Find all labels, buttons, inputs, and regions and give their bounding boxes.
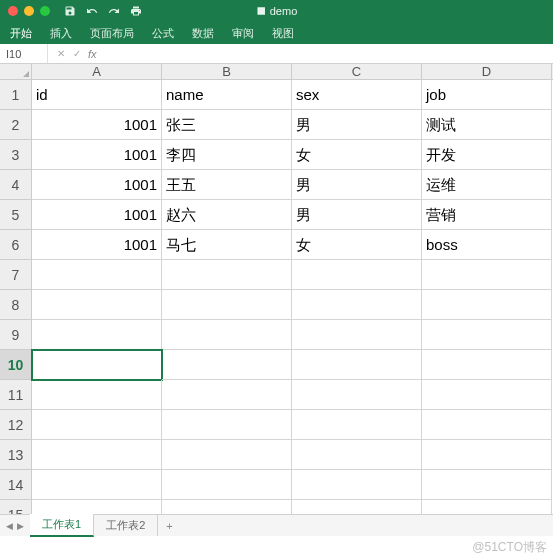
minimize-icon[interactable] <box>24 6 34 16</box>
row-header-9[interactable]: 9 <box>0 320 31 350</box>
cell[interactable] <box>422 350 552 380</box>
cell[interactable] <box>422 440 552 470</box>
cell[interactable]: 运维 <box>422 170 552 200</box>
cell[interactable] <box>162 320 292 350</box>
cell[interactable]: 男 <box>292 170 422 200</box>
col-header-b[interactable]: B <box>162 64 292 79</box>
cell[interactable]: name <box>162 80 292 110</box>
row-header-1[interactable]: 1 <box>0 80 31 110</box>
tab-formulas[interactable]: 公式 <box>152 26 174 41</box>
cell[interactable] <box>32 380 162 410</box>
name-box[interactable]: I10 <box>0 44 48 63</box>
cell[interactable] <box>32 320 162 350</box>
cell[interactable] <box>162 290 292 320</box>
tab-insert[interactable]: 插入 <box>50 26 72 41</box>
tab-view[interactable]: 视图 <box>272 26 294 41</box>
cell[interactable] <box>292 470 422 500</box>
row-header-8[interactable]: 8 <box>0 290 31 320</box>
cell[interactable]: boss <box>422 230 552 260</box>
cell[interactable]: 1001 <box>32 230 162 260</box>
cell[interactable] <box>162 380 292 410</box>
row-header-7[interactable]: 7 <box>0 260 31 290</box>
redo-icon[interactable] <box>108 5 120 17</box>
cell[interactable]: 女 <box>292 140 422 170</box>
row-header-10[interactable]: 10 <box>0 350 31 380</box>
cell[interactable] <box>292 410 422 440</box>
cell[interactable]: 女 <box>292 230 422 260</box>
col-header-a[interactable]: A <box>32 64 162 79</box>
cell[interactable] <box>32 410 162 440</box>
tab-home[interactable]: 开始 <box>10 26 32 41</box>
cell[interactable] <box>162 350 292 380</box>
cell[interactable] <box>422 410 552 440</box>
cell[interactable] <box>292 440 422 470</box>
cell[interactable]: 1001 <box>32 200 162 230</box>
sheet-nav-prev-icon[interactable]: ◀ <box>6 521 13 531</box>
select-all-button[interactable] <box>0 64 32 80</box>
cell[interactable]: 李四 <box>162 140 292 170</box>
row-header-14[interactable]: 14 <box>0 470 31 500</box>
cell[interactable] <box>292 260 422 290</box>
cell[interactable] <box>162 440 292 470</box>
fx-label[interactable]: fx <box>88 48 97 60</box>
cell[interactable] <box>32 470 162 500</box>
cell[interactable] <box>422 290 552 320</box>
tab-data[interactable]: 数据 <box>192 26 214 41</box>
add-sheet-button[interactable]: + <box>158 520 180 532</box>
cell[interactable]: 张三 <box>162 110 292 140</box>
cell[interactable] <box>162 470 292 500</box>
row-header-13[interactable]: 13 <box>0 440 31 470</box>
cell[interactable]: sex <box>292 80 422 110</box>
row-header-2[interactable]: 2 <box>0 110 31 140</box>
cell[interactable]: 测试 <box>422 110 552 140</box>
table-row <box>32 320 553 350</box>
row-header-4[interactable]: 4 <box>0 170 31 200</box>
row-header-11[interactable]: 11 <box>0 380 31 410</box>
print-icon[interactable] <box>130 5 142 17</box>
row-header-5[interactable]: 5 <box>0 200 31 230</box>
cell[interactable] <box>422 380 552 410</box>
cell[interactable]: 1001 <box>32 140 162 170</box>
cells-area[interactable]: idnamesexjob1001张三男测试1001李四女开发1001王五男运维1… <box>32 80 553 536</box>
cell[interactable] <box>422 260 552 290</box>
cell[interactable]: 男 <box>292 200 422 230</box>
cell[interactable]: 营销 <box>422 200 552 230</box>
sheet-tab-2[interactable]: 工作表2 <box>94 515 158 536</box>
cell[interactable] <box>292 290 422 320</box>
cell[interactable] <box>422 320 552 350</box>
row-header-6[interactable]: 6 <box>0 230 31 260</box>
tab-review[interactable]: 审阅 <box>232 26 254 41</box>
undo-icon[interactable] <box>86 5 98 17</box>
tab-page-layout[interactable]: 页面布局 <box>90 26 134 41</box>
row-header-3[interactable]: 3 <box>0 140 31 170</box>
sheet-tab-1[interactable]: 工作表1 <box>30 514 94 537</box>
col-header-d[interactable]: D <box>422 64 552 79</box>
cell[interactable]: id <box>32 80 162 110</box>
cell[interactable]: 1001 <box>32 170 162 200</box>
cell[interactable] <box>32 350 162 380</box>
cell[interactable]: 马七 <box>162 230 292 260</box>
row-header-12[interactable]: 12 <box>0 410 31 440</box>
col-header-c[interactable]: C <box>292 64 422 79</box>
cell[interactable]: 王五 <box>162 170 292 200</box>
cell[interactable] <box>292 320 422 350</box>
cell[interactable]: 1001 <box>32 110 162 140</box>
cell[interactable] <box>292 350 422 380</box>
cell[interactable]: job <box>422 80 552 110</box>
close-icon[interactable] <box>8 6 18 16</box>
maximize-icon[interactable] <box>40 6 50 16</box>
sheet-nav-next-icon[interactable]: ▶ <box>17 521 24 531</box>
cell[interactable]: 赵六 <box>162 200 292 230</box>
cell[interactable]: 男 <box>292 110 422 140</box>
cell[interactable] <box>422 470 552 500</box>
cancel-icon[interactable]: ✕ <box>56 49 66 59</box>
cell[interactable] <box>32 260 162 290</box>
cell[interactable] <box>32 440 162 470</box>
cell[interactable]: 开发 <box>422 140 552 170</box>
save-icon[interactable] <box>64 5 76 17</box>
cell[interactable] <box>162 410 292 440</box>
cell[interactable] <box>292 380 422 410</box>
cell[interactable] <box>32 290 162 320</box>
confirm-icon[interactable]: ✓ <box>72 49 82 59</box>
cell[interactable] <box>162 260 292 290</box>
